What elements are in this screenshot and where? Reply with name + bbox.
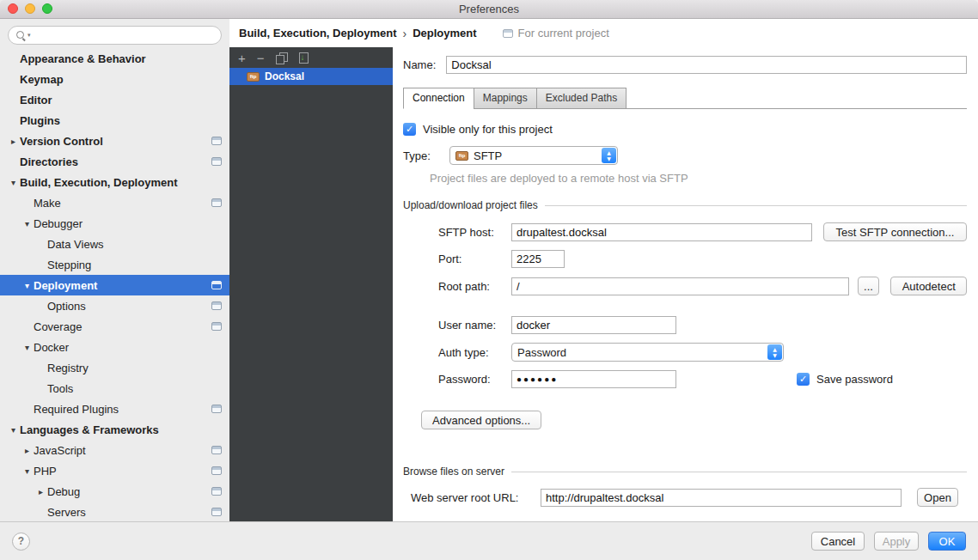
current-project-icon — [211, 157, 222, 166]
sidebar-item-label: Plugins — [20, 114, 60, 127]
sidebar-item-coverage[interactable]: Coverage — [0, 316, 229, 337]
tree-expanded-icon[interactable]: ▾ — [7, 178, 20, 187]
sidebar-item-options[interactable]: Options — [0, 295, 229, 316]
user-name-input[interactable] — [511, 316, 676, 334]
breadcrumb-bar: Build, Execution, Deployment›Deployment … — [229, 19, 978, 47]
server-toolbar: +− — [229, 47, 393, 68]
sidebar-item-data-views[interactable]: Data Views — [0, 234, 229, 254]
port-input[interactable] — [511, 250, 565, 268]
sidebar-item-version-control[interactable]: ▸Version Control — [0, 131, 229, 151]
ok-button[interactable]: OK — [928, 532, 966, 551]
server-item-docksal[interactable]: ftpDocksal — [229, 68, 393, 85]
sidebar-item-debugger[interactable]: ▾Debugger — [0, 213, 229, 234]
remove-icon[interactable]: − — [257, 52, 265, 64]
footer-bar: ? Cancel Apply OK — [0, 521, 978, 560]
paste-icon[interactable] — [298, 52, 309, 64]
sidebar-item-languages-frameworks[interactable]: ▾Languages & Frameworks — [0, 419, 229, 440]
current-project-icon — [211, 301, 222, 310]
breadcrumb-part-deployment[interactable]: Deployment — [413, 27, 476, 40]
port-label: Port: — [438, 253, 511, 265]
save-password-checkbox[interactable] — [797, 373, 810, 386]
open-button[interactable]: Open — [917, 488, 958, 507]
sidebar-item-required-plugins[interactable]: Required Plugins — [0, 399, 229, 419]
sidebar-item-stepping[interactable]: Stepping — [0, 254, 229, 275]
sidebar-item-label: JavaScript — [34, 444, 86, 457]
current-project-icon — [211, 281, 222, 289]
sidebar-item-editor[interactable]: Editor — [0, 89, 229, 110]
sidebar-item-php[interactable]: ▾PHP — [0, 460, 229, 481]
tab-excluded-paths[interactable]: Excluded Paths — [536, 88, 627, 109]
titlebar: Preferences — [0, 0, 978, 19]
sidebar-item-keymap[interactable]: Keymap — [0, 69, 229, 89]
sidebar-item-label: Tools — [47, 382, 73, 395]
current-project-icon — [211, 198, 222, 207]
sidebar-item-deployment[interactable]: ▾Deployment — [0, 275, 229, 295]
sidebar-item-javascript[interactable]: ▸JavaScript — [0, 440, 229, 460]
tree-expanded-icon[interactable]: ▾ — [7, 425, 20, 435]
apply-button[interactable]: Apply — [874, 532, 919, 551]
search-options-caret-icon[interactable]: ▾ — [28, 32, 31, 39]
sidebar-item-appearance-behavior[interactable]: Appearance & Behavior — [0, 48, 229, 69]
sftp-host-input[interactable] — [511, 223, 812, 241]
web-root-input[interactable] — [541, 489, 902, 507]
sidebar-item-directories[interactable]: Directories — [0, 151, 229, 172]
dropdown-stepper-icon[interactable] — [767, 344, 782, 360]
type-help-text: Project files are deployed to a remote h… — [430, 172, 967, 185]
close-window-button[interactable] — [8, 3, 18, 14]
breadcrumb-part-build-execution-deployment[interactable]: Build, Execution, Deployment — [239, 27, 396, 40]
current-project-icon — [211, 137, 222, 145]
deployment-settings-content: Name: ConnectionMappingsExcluded Paths V… — [393, 47, 978, 521]
sidebar-item-make[interactable]: Make — [0, 192, 229, 213]
minimize-window-button[interactable] — [25, 3, 35, 14]
sidebar-item-registry[interactable]: Registry — [0, 357, 229, 378]
name-input[interactable] — [446, 56, 967, 74]
zoom-window-button[interactable] — [42, 3, 52, 14]
password-input[interactable] — [511, 370, 676, 388]
visible-only-checkbox[interactable] — [403, 123, 416, 136]
sidebar-item-build-execution-deployment[interactable]: ▾Build, Execution, Deployment — [0, 172, 229, 192]
search-input[interactable] — [35, 29, 214, 42]
tab-connection[interactable]: Connection — [403, 88, 474, 109]
user-name-label: User name: — [438, 319, 511, 332]
sidebar-item-label: Required Plugins — [34, 403, 119, 416]
deployment-server-panel: +− ftpDocksal — [229, 47, 393, 521]
sidebar-item-debug[interactable]: ▸Debug — [0, 481, 229, 502]
tree-collapsed-icon[interactable]: ▸ — [21, 446, 34, 455]
sidebar-item-tools[interactable]: Tools — [0, 378, 229, 399]
tree-collapsed-icon[interactable]: ▸ — [34, 487, 47, 496]
sftp-type-icon: ftp — [455, 151, 468, 161]
add-icon[interactable]: + — [238, 52, 246, 64]
tab-mappings[interactable]: Mappings — [474, 88, 537, 109]
help-button[interactable]: ? — [12, 533, 30, 551]
password-label: Password: — [438, 373, 511, 386]
current-project-icon — [211, 487, 222, 496]
sidebar-item-label: Version Control — [20, 135, 103, 148]
tree-collapsed-icon[interactable]: ▸ — [7, 137, 20, 146]
sidebar-item-label: Keymap — [20, 73, 64, 86]
sidebar-item-docker[interactable]: ▾Docker — [0, 337, 229, 357]
upload-section-title: Upload/download project files — [403, 199, 538, 211]
save-password-label: Save password — [816, 373, 893, 386]
tree-expanded-icon[interactable]: ▾ — [21, 219, 34, 228]
sidebar-item-plugins[interactable]: Plugins — [0, 110, 229, 131]
tree-expanded-icon[interactable]: ▾ — [21, 281, 34, 290]
auth-type-dropdown[interactable]: Password — [511, 343, 784, 362]
autodetect-button[interactable]: Autodetect — [890, 277, 967, 295]
sidebar-item-label: Stepping — [47, 259, 91, 271]
cancel-button[interactable]: Cancel — [811, 532, 865, 551]
dropdown-stepper-icon[interactable] — [602, 148, 616, 163]
server-name: Docksal — [265, 70, 304, 82]
sidebar-item-servers[interactable]: Servers — [0, 502, 229, 521]
test-sftp-connection-button[interactable]: Test SFTP connection... — [823, 222, 967, 241]
tree-expanded-icon[interactable]: ▾ — [21, 343, 34, 352]
settings-search-box[interactable]: ▾ — [8, 26, 222, 45]
type-dropdown[interactable]: ftp SFTP — [449, 146, 618, 165]
advanced-options-button[interactable]: Advanced options... — [421, 411, 541, 429]
copy-icon[interactable] — [276, 52, 287, 64]
browse-root-path-button[interactable]: ... — [858, 277, 880, 295]
tree-expanded-icon[interactable]: ▾ — [21, 466, 34, 476]
current-project-icon — [211, 466, 222, 475]
root-path-input[interactable] — [511, 277, 849, 295]
sidebar-item-label: Options — [47, 300, 86, 313]
server-list: ftpDocksal — [229, 68, 393, 85]
